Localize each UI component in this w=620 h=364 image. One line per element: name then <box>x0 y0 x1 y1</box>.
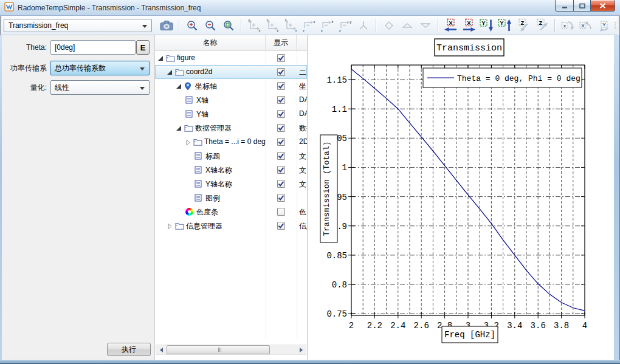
move-x-right-icon[interactable]: X <box>460 18 478 33</box>
tree-item-label: 标题 <box>205 151 220 162</box>
svg-text:3.6: 3.6 <box>531 321 546 331</box>
transmission-chart: 22.22.42.62.833.23.43.63.840.750.80.850.… <box>308 35 614 360</box>
visibility-checkbox[interactable] <box>277 152 285 160</box>
tree-row-y-axis-name[interactable]: Y轴名称文 <box>155 177 307 191</box>
expander-closed-icon[interactable] <box>167 223 173 229</box>
theta-edit-button[interactable]: E <box>136 40 150 55</box>
tree-row-legend[interactable]: 图例 <box>155 191 307 205</box>
svg-text:2.4: 2.4 <box>390 321 405 331</box>
minimize-button[interactable] <box>555 0 573 12</box>
scrollbar-thumb[interactable] <box>167 345 270 354</box>
visibility-checkbox[interactable] <box>277 194 285 202</box>
tree-row-x-axis-name[interactable]: X轴名称文 <box>155 163 307 177</box>
tree-item-label: coord2d <box>186 67 212 76</box>
view-xz-icon: xz <box>263 18 281 33</box>
move-z-forward-icon: Z <box>533 18 551 33</box>
scroll-right-arrow-icon[interactable] <box>296 345 306 354</box>
svg-text:Theta = 0 deg, Phi = 0 deg: Theta = 0 deg, Phi = 0 deg <box>457 74 580 83</box>
expander-open-icon[interactable] <box>167 69 173 75</box>
chevron-down-icon <box>140 67 145 70</box>
tree-row-colorbar[interactable]: 色度条色 <box>155 205 307 219</box>
svg-text:x: x <box>563 23 566 29</box>
zoom-in-icon[interactable] <box>183 18 201 33</box>
move-x-left-icon[interactable]: X <box>442 18 460 33</box>
tree-row-x-axis[interactable]: X轴DA <box>155 93 307 107</box>
rotate-y-icon: Y <box>595 18 613 33</box>
tree-row-coord2d[interactable]: coord2d二 <box>155 65 307 79</box>
quantization-value: 线性 <box>55 83 69 93</box>
maximize-button[interactable] <box>573 0 591 12</box>
move-y-down-icon[interactable]: Y <box>478 18 496 33</box>
tree-row-figure[interactable]: figure <box>155 51 307 65</box>
toolbar-separator <box>554 19 555 32</box>
visibility-checkbox[interactable] <box>277 124 285 132</box>
tree-item-label: 图例 <box>205 193 220 204</box>
svg-text:y: y <box>248 19 250 22</box>
visibility-checkbox[interactable] <box>277 166 285 174</box>
doc-icon <box>185 96 193 106</box>
close-button[interactable] <box>591 0 615 12</box>
tree-item-label: figure <box>177 53 195 62</box>
visibility-checkbox[interactable] <box>277 138 285 146</box>
tree-header-extra <box>297 35 307 50</box>
folder-icon <box>175 222 184 232</box>
window-border-right <box>614 35 620 360</box>
visibility-checkbox[interactable] <box>277 96 285 104</box>
power-transmission-label: 功率传输系 <box>2 63 50 74</box>
pin-icon <box>184 82 191 92</box>
power-transmission-combo[interactable]: 总功率传输系数 <box>50 61 150 75</box>
visibility-checkbox[interactable] <box>277 222 285 230</box>
visibility-checkbox[interactable] <box>277 180 285 188</box>
svg-text:Z: Z <box>520 19 524 26</box>
theta-input[interactable]: [0deg] <box>50 40 136 55</box>
tree-row-axes[interactable]: 坐标轴坐 <box>155 79 307 93</box>
svg-text:0.8: 0.8 <box>332 280 347 290</box>
zoom-window-icon[interactable] <box>219 18 237 33</box>
titlebar: RadomeTempSimple - Transmission - Transm… <box>0 0 620 16</box>
svg-text:3.4: 3.4 <box>507 321 522 331</box>
svg-text:Y: Y <box>602 22 606 27</box>
tree-hscrollbar[interactable] <box>156 345 306 355</box>
tree-row-y-axis[interactable]: Y轴DA <box>155 107 307 121</box>
expander-open-icon[interactable] <box>176 125 182 131</box>
tree-header: 名称 显示 <box>155 35 307 51</box>
doc-icon <box>195 194 202 204</box>
tree-header-show[interactable]: 显示 <box>266 35 297 50</box>
colorwheel-icon <box>185 208 193 218</box>
tree-row-theta-curve[interactable]: Theta = ...i = 0 deg2D <box>155 135 307 149</box>
zoom-out-icon[interactable] <box>201 18 219 33</box>
snapshot-camera-icon[interactable] <box>157 18 175 33</box>
move-y-up-icon[interactable]: Y <box>497 18 514 33</box>
svg-text:x: x <box>313 20 315 24</box>
tree-row-data-manager[interactable]: 数据管理器数据 <box>155 121 307 135</box>
chart-panel: 22.22.42.62.833.23.43.63.840.750.80.850.… <box>308 35 614 360</box>
expander-closed-icon[interactable] <box>185 139 191 145</box>
doc-icon <box>195 180 202 190</box>
svg-text:x: x <box>266 19 268 22</box>
visibility-checkbox[interactable] <box>277 208 285 216</box>
app-icon <box>4 2 14 14</box>
tree-item-type: 文 <box>299 179 306 190</box>
tree-header-name[interactable]: 名称 <box>155 35 266 50</box>
svg-text:y: y <box>295 29 297 32</box>
quantization-combo[interactable]: 线性 <box>50 80 150 95</box>
tree-row-info-manager[interactable]: 信息管理器信息 <box>155 219 307 233</box>
visibility-checkbox[interactable] <box>277 82 285 90</box>
tree-row-title[interactable]: 标题文 <box>155 149 307 163</box>
view-selector-combo[interactable]: Transmission_freq <box>4 19 152 32</box>
tree-item-type: 数据 <box>299 123 307 134</box>
toolbar-separator <box>438 19 438 32</box>
expander-open-icon[interactable] <box>176 83 182 89</box>
tree-item-label: 色度条 <box>196 207 218 218</box>
expander-open-icon[interactable] <box>158 55 164 61</box>
svg-text:y: y <box>350 20 351 24</box>
svg-text:Freq [GHz]: Freq [GHz] <box>444 330 495 340</box>
visibility-checkbox[interactable] <box>277 68 285 76</box>
execute-button[interactable]: 执行 <box>107 343 151 356</box>
visibility-checkbox[interactable] <box>277 110 285 118</box>
tree-item-label: Theta = ...i = 0 deg <box>204 137 266 146</box>
window-title: RadomeTempSimple - Transmission - Transm… <box>18 4 201 12</box>
scroll-left-arrow-icon[interactable] <box>156 345 166 354</box>
visibility-checkbox[interactable] <box>277 54 285 62</box>
tree-item-label: 坐标轴 <box>195 81 217 92</box>
